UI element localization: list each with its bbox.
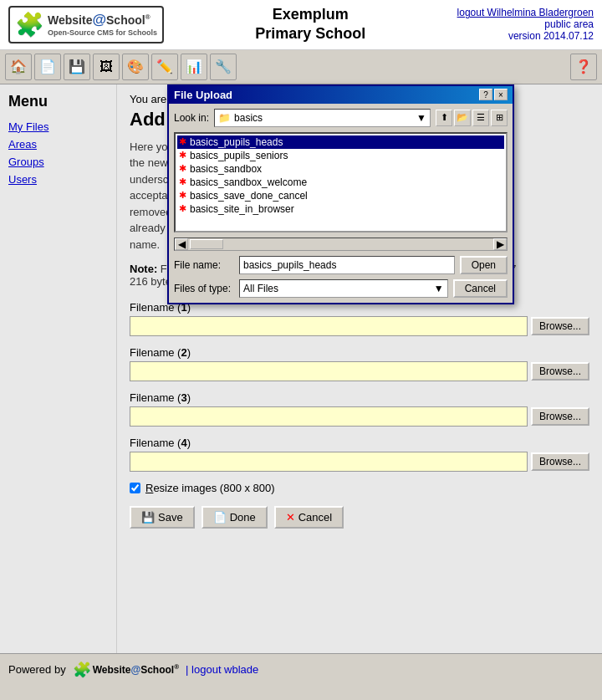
dialog-close-button[interactable]: ×	[494, 89, 508, 100]
look-in-row: Look in: 📁 basics ▼ ⬆ 📂 ☰ ⊞	[174, 109, 508, 127]
header: 🧩 Website@School® Open-Source CMS for Sc…	[0, 0, 602, 50]
logout-text[interactable]: logout Wilhelmina Bladergroen	[457, 7, 594, 18]
help-button[interactable]: ❓	[570, 54, 597, 80]
horizontal-scrollbar[interactable]: ◀ ▶	[174, 238, 508, 251]
view-list-button[interactable]: ☰	[472, 110, 489, 126]
school-name: Exemplum	[255, 5, 365, 24]
scroll-left-button[interactable]: ◀	[175, 238, 188, 250]
resize-checkbox[interactable]	[130, 483, 140, 493]
dialog-open-button[interactable]: Open	[460, 256, 508, 274]
file-icon: ✱	[179, 136, 186, 147]
footer-logo: 🧩 Website@School®	[73, 661, 179, 679]
resize-checkbox-row: Resize images (800 x 800)	[130, 482, 589, 494]
look-in-label: Look in:	[174, 112, 209, 124]
edit-button[interactable]: ✏️	[151, 54, 178, 80]
done-icon: 📄	[213, 511, 227, 524]
filename-input-row-3: Browse...	[130, 406, 589, 427]
area-text: public area	[457, 18, 594, 30]
image-button[interactable]: 🖼	[93, 54, 120, 80]
file-name: basics_save_done_cancel	[190, 190, 308, 202]
look-in-select[interactable]: 📁 basics ▼	[214, 109, 431, 127]
dialog-body: Look in: 📁 basics ▼ ⬆ 📂 ☰ ⊞	[169, 104, 513, 303]
r-letter: R	[145, 482, 153, 494]
logo-reg: ®	[145, 14, 150, 22]
file-list-item[interactable]: ✱ basics_save_done_cancel	[177, 189, 504, 202]
home-button[interactable]: 🏠	[5, 54, 32, 80]
file-list-item[interactable]: ✱ basics_sandbox	[177, 162, 504, 176]
look-in-toolbar: ⬆ 📂 ☰ ⊞	[436, 110, 508, 126]
scroll-thumb[interactable]	[190, 239, 223, 249]
filename-input-1[interactable]	[130, 316, 528, 336]
filename-label-4: Filename (4)	[130, 437, 589, 449]
new-folder-button[interactable]: 📂	[454, 110, 471, 126]
file-name: basics_sandbox_welcome	[190, 176, 307, 188]
browse-button-1[interactable]: Browse...	[531, 317, 589, 335]
dialog-title-buttons: ? ×	[479, 89, 508, 100]
resize-label: Resize images (800 x 800)	[145, 482, 275, 494]
file-list-item[interactable]: ✱ basics_pupils_seniors	[177, 149, 504, 162]
filetype-value: All Files	[243, 283, 278, 294]
files-button[interactable]: 📄	[34, 54, 61, 80]
filename-row-1: Filename (1) Browse...	[130, 301, 589, 336]
puzzle-icon: 🧩	[15, 11, 44, 38]
filename-row-4: Filename (4) Browse...	[130, 437, 589, 472]
done-label: Done	[230, 511, 256, 524]
scroll-right-button[interactable]: ▶	[493, 238, 507, 250]
version-text: version 2014.07.12	[457, 30, 594, 42]
look-in-value: basics	[234, 112, 263, 124]
footer: Powered by 🧩 Website@School® | logout wb…	[0, 653, 602, 686]
powered-by-text: Powered by	[8, 663, 66, 676]
browse-button-2[interactable]: Browse...	[531, 362, 589, 381]
dialog-title-text: File Upload	[174, 89, 232, 101]
filename-input-4[interactable]	[130, 452, 528, 472]
sidebar-item-groups[interactable]: Groups	[8, 156, 108, 168]
dropdown-arrow: ▼	[416, 112, 426, 124]
filename-input-row-1: Browse...	[130, 316, 589, 336]
file-list[interactable]: ✱ basics_pupils_heads ✱ basics_pupils_se…	[174, 132, 508, 232]
filename-input-row-4: Browse...	[130, 452, 589, 472]
dialog-filetype-select[interactable]: All Files ▼	[239, 279, 448, 298]
filename-label-2: Filename (2)	[130, 346, 589, 359]
browse-button-3[interactable]: Browse...	[531, 407, 589, 426]
action-buttons: 💾 Save 📄 Done ✕ Cancel	[130, 506, 589, 529]
dialog-cancel-button[interactable]: Cancel	[453, 279, 508, 298]
content-area: File Upload ? × Look in: 📁 basics ▼	[117, 84, 602, 653]
footer-logout-link[interactable]: | logout wblade	[186, 663, 258, 676]
filename-input-2[interactable]	[130, 361, 528, 381]
palette-button[interactable]: 🎨	[122, 54, 149, 80]
done-action-button[interactable]: 📄 Done	[202, 506, 268, 529]
sidebar-item-areas[interactable]: Areas	[8, 138, 108, 151]
sidebar-item-users[interactable]: Users	[8, 173, 108, 186]
file-icon: ✱	[179, 163, 186, 174]
dialog-window: File Upload ? × Look in: 📁 basics ▼	[167, 84, 514, 304]
header-user: logout Wilhelmina Bladergroen public are…	[457, 7, 594, 42]
dialog-filename-input[interactable]	[239, 256, 455, 274]
nav-up-button[interactable]: ⬆	[436, 110, 452, 126]
file-list-item[interactable]: ✱ basics_sandbox_welcome	[177, 176, 504, 189]
filename-input-3[interactable]	[130, 406, 528, 427]
chart-button[interactable]: 📊	[181, 54, 207, 80]
file-list-item[interactable]: ✱ basics_pupils_heads	[177, 135, 504, 149]
logo-brand: Website@School® Open-Source CMS for Scho…	[48, 12, 157, 37]
header-title: Exemplum Primary School	[255, 5, 365, 44]
note-label: Note:	[130, 263, 157, 275]
school-type: Primary School	[255, 24, 365, 43]
file-name: basics_sandbox	[190, 163, 262, 175]
save-button[interactable]: 💾	[64, 54, 90, 80]
footer-puzzle-icon: 🧩	[73, 661, 91, 679]
filename-row-2: Filename (2) Browse...	[130, 346, 589, 381]
folder-icon: 📁	[218, 112, 231, 124]
sidebar-item-myfiles[interactable]: My Files	[8, 120, 108, 133]
save-action-button[interactable]: 💾 Save	[130, 506, 195, 529]
file-list-item[interactable]: ✱ basics_site_in_browser	[177, 202, 504, 216]
cancel-icon: ✕	[286, 511, 295, 524]
dialog-help-button[interactable]: ?	[479, 89, 492, 100]
view-details-button[interactable]: ⊞	[491, 110, 508, 126]
browse-button-4[interactable]: Browse...	[531, 452, 589, 471]
file-upload-dialog: File Upload ? × Look in: 📁 basics ▼	[167, 84, 514, 304]
settings-button[interactable]: 🔧	[210, 54, 237, 80]
cancel-action-button[interactable]: ✕ Cancel	[274, 506, 344, 529]
filename-row-3: Filename (3) Browse...	[130, 391, 589, 427]
file-icon: ✱	[179, 150, 186, 161]
filetype-arrow: ▼	[434, 283, 444, 294]
